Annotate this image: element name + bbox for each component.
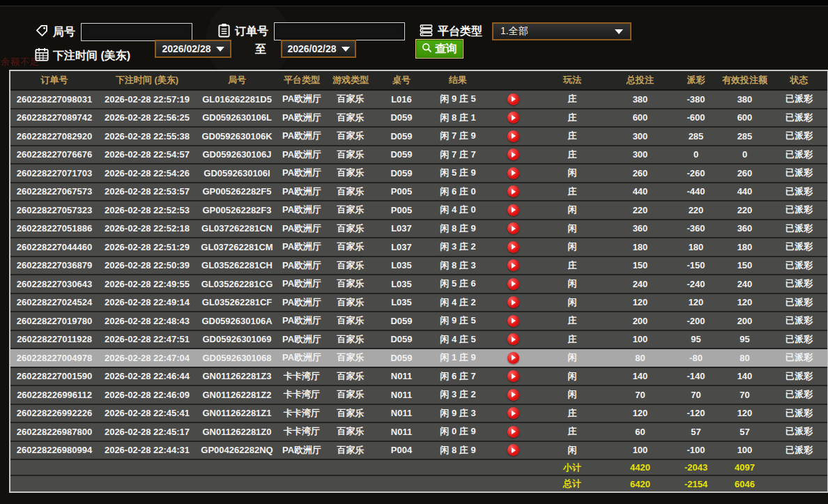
table-row[interactable]: 2602282270119282026-02-28 22:47:51GD0592… (10, 330, 827, 349)
payout-cell: 120 (673, 293, 719, 312)
play-type-cell: 庄 (537, 127, 607, 146)
video-play-button[interactable] (507, 407, 519, 419)
bet-time-cell: 2026-02-28 22:46:44 (98, 367, 196, 386)
table-no-cell: L035 (376, 275, 427, 293)
video-play-button[interactable] (507, 315, 519, 327)
game-no-cell: GL037262281CN (196, 220, 278, 238)
payout-cell: -100 (673, 441, 719, 460)
result-cell: 闲 5 庄 9 (427, 164, 489, 183)
bet-time-cell: 2026-02-28 22:45:41 (98, 404, 196, 423)
game-no-cell: GN011262281Z2 (196, 385, 278, 404)
tag-icon (35, 24, 49, 40)
bet-time-cell: 2026-02-28 22:54:57 (98, 146, 196, 165)
video-play-button[interactable] (507, 204, 519, 216)
table-row[interactable]: 2602282270717032026-02-28 22:54:26GD0592… (10, 164, 827, 183)
play-type-cell: 闲 (537, 164, 607, 183)
payout-cell: -80 (673, 349, 719, 367)
game-no-cell: GD0592630106J (196, 146, 278, 165)
table-row[interactable]: 2602282270015902026-02-28 22:46:44GN0112… (10, 367, 827, 386)
video-play-button[interactable] (507, 352, 519, 364)
video-cell (489, 367, 537, 386)
table-row[interactable]: 2602282270245242026-02-28 22:49:14GL0352… (10, 293, 827, 312)
result-cell: 闲 8 庄 9 (427, 441, 489, 460)
total-bet-cell: 240 (607, 275, 673, 293)
video-cell (489, 404, 537, 423)
result-cell: 闲 6 庄 0 (427, 183, 489, 201)
valid-bet-cell: 285 (719, 127, 771, 146)
platform-select[interactable]: 1.全部 (492, 22, 631, 40)
table-row[interactable]: 2602282270444602026-02-28 22:51:29GL0372… (10, 238, 827, 257)
table-row[interactable]: 2602282269961122026-02-28 22:46:09GN0112… (10, 385, 827, 404)
col-header-total-bet: 总投注 (607, 71, 673, 90)
play-type-cell: 闲 (537, 349, 607, 367)
platform-cell: PA欧洲厅 (278, 349, 325, 367)
table-row[interactable]: 2602282270766762026-02-28 22:54:57GD0592… (10, 146, 827, 165)
table-row[interactable]: 2602282270049782026-02-28 22:47:04GD0592… (10, 349, 827, 367)
video-play-button[interactable] (507, 333, 519, 345)
date-from-select[interactable]: 2026/02/28 (155, 40, 231, 58)
table-row[interactable]: 2602282269878002026-02-28 22:45:17GN0112… (10, 422, 827, 441)
video-play-button[interactable] (507, 370, 519, 382)
status-cell: 已派彩 (771, 238, 827, 257)
query-button[interactable]: 查询 (415, 39, 463, 59)
table-row[interactable]: 2602282270368792026-02-28 22:50:39GL0352… (10, 257, 827, 275)
video-play-button[interactable] (507, 241, 519, 253)
result-cell: 闲 8 庄 1 (427, 109, 489, 128)
grand-total-status-spacer (771, 475, 827, 491)
table-row[interactable]: 2602282270980312026-02-28 22:57:19GL0162… (10, 90, 827, 109)
table-row[interactable]: 2602282270829202026-02-28 22:55:38GD0592… (10, 127, 827, 146)
table-row[interactable]: 2602282270197802026-02-28 22:48:43GD0592… (10, 312, 827, 330)
valid-bet-cell: 360 (719, 220, 771, 238)
table-row[interactable]: 2602282270675732026-02-28 22:53:57GP0052… (10, 183, 827, 201)
order-no-input[interactable] (274, 22, 405, 40)
table-row[interactable]: 2602282270306432026-02-28 22:49:55GL0352… (10, 275, 827, 293)
table-row[interactable]: 2602282270573232026-02-28 22:52:53GP0052… (10, 201, 827, 220)
play-type-cell: 庄 (537, 257, 607, 275)
total-bet-cell: 80 (607, 349, 673, 367)
order-no-cell: 260228227036879 (10, 257, 98, 275)
order-no-cell: 260228227051886 (10, 220, 98, 238)
platform-cell: PA欧洲厅 (278, 183, 325, 201)
video-cell (489, 275, 537, 293)
valid-bet-cell: 380 (719, 90, 771, 109)
bet-time-label: 下注时间 (美东) (53, 49, 130, 63)
game-no-cell: GD0592630106I (196, 164, 278, 183)
status-cell: 已派彩 (771, 90, 827, 109)
table-row[interactable]: 2602282270518862026-02-28 22:52:18GL0372… (10, 220, 827, 238)
video-play-button[interactable] (507, 93, 519, 105)
status-cell: 已派彩 (771, 275, 827, 293)
table-row[interactable]: 2602282269922262026-02-28 22:45:41GN0112… (10, 404, 827, 423)
video-play-button[interactable] (507, 112, 519, 123)
grand-total-payout: -2154 (673, 475, 719, 491)
video-cell (489, 220, 537, 238)
video-play-button[interactable] (507, 389, 519, 401)
video-play-button[interactable] (507, 222, 519, 234)
video-play-button[interactable] (507, 185, 519, 197)
col-header-game-type: 游戏类型 (325, 71, 376, 90)
game-no-input[interactable] (81, 23, 192, 41)
subtotal-status-spacer (771, 459, 827, 475)
total-bet-cell: 440 (607, 183, 673, 201)
valid-bet-cell: 220 (719, 201, 771, 220)
order-no-cell: 260228227071703 (10, 164, 98, 183)
video-play-button[interactable] (507, 296, 519, 308)
subtotal-valid-bet: 4097 (719, 459, 771, 475)
game-no-cell: GP005262282F5 (196, 183, 278, 201)
video-play-button[interactable] (507, 444, 519, 456)
payout-cell: 220 (673, 201, 719, 220)
date-to-select[interactable]: 2026/02/28 (281, 40, 356, 58)
video-cell (489, 330, 537, 349)
platform-cell: 卡卡湾厅 (278, 385, 325, 404)
result-cell: 闲 8 庄 9 (427, 220, 489, 238)
order-no-cell: 260228227057323 (10, 201, 98, 220)
video-play-button[interactable] (507, 167, 519, 179)
table-row[interactable]: 2602282270897422026-02-28 22:56:25GD0592… (10, 109, 827, 128)
table-row[interactable]: 2602282269809942026-02-28 22:44:31GP0042… (10, 441, 827, 460)
subtotal-label: 小计 (537, 459, 607, 475)
video-play-button[interactable] (507, 426, 519, 438)
video-play-button[interactable] (507, 278, 519, 290)
order-no-label: 订单号 (235, 24, 268, 39)
video-play-button[interactable] (507, 148, 519, 160)
video-play-button[interactable] (507, 130, 519, 142)
video-play-button[interactable] (507, 259, 519, 271)
